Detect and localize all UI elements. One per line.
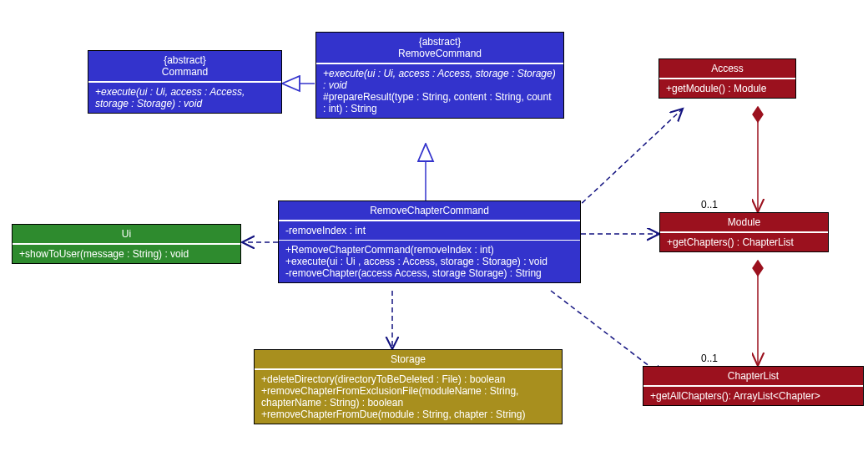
stereotype: {abstract} bbox=[95, 54, 275, 66]
class-ui: Ui +showToUser(message : String) : void bbox=[12, 224, 241, 264]
methods: +getAllChapters(): ArrayList<Chapter> bbox=[643, 387, 863, 405]
stereotype: {abstract} bbox=[323, 36, 557, 48]
methods: +showToUser(message : String) : void bbox=[13, 245, 240, 263]
class-command: {abstract} Command +execute(ui : Ui, acc… bbox=[88, 50, 282, 114]
class-name: ChapterList bbox=[728, 370, 779, 382]
class-name: Module bbox=[728, 216, 760, 228]
mult-module-chapterlist: 0..1 bbox=[701, 353, 718, 364]
class-name: Command bbox=[162, 66, 208, 78]
methods: +RemoveChapterCommand(removeIndex : int)… bbox=[279, 241, 580, 282]
mult-access-module: 0..1 bbox=[701, 199, 718, 211]
class-name: RemoveCommand bbox=[398, 48, 482, 59]
class-name: Storage bbox=[391, 353, 426, 365]
class-name: RemoveChapterCommand bbox=[370, 205, 489, 216]
class-remove-chapter-command: RemoveChapterCommand -removeIndex : int … bbox=[278, 200, 581, 283]
class-storage: Storage +deleteDirectory(directoryToBeDe… bbox=[254, 349, 563, 424]
attributes: -removeIndex : int bbox=[279, 221, 580, 241]
class-module: Module +getChapters() : ChapterList bbox=[659, 212, 829, 252]
class-chapter-list: ChapterList +getAllChapters(): ArrayList… bbox=[643, 366, 864, 406]
class-access: Access +getModule() : Module bbox=[659, 58, 796, 99]
dep-rcc-access bbox=[576, 109, 683, 209]
methods: +deleteDirectory(directoryToBeDeleted : … bbox=[255, 370, 562, 424]
methods: +getModule() : Module bbox=[659, 79, 795, 98]
class-remove-command: {abstract} RemoveCommand +execute(ui : U… bbox=[315, 32, 564, 119]
class-name: Access bbox=[711, 63, 744, 74]
methods: +getChapters() : ChapterList bbox=[660, 233, 828, 251]
class-name: Ui bbox=[122, 228, 131, 240]
dep-rcc-chapterlist bbox=[551, 291, 664, 378]
methods: +execute(ui : Ui, access : Access, stora… bbox=[88, 83, 281, 113]
methods: +execute(ui : Ui, access : Access, stora… bbox=[316, 64, 563, 118]
